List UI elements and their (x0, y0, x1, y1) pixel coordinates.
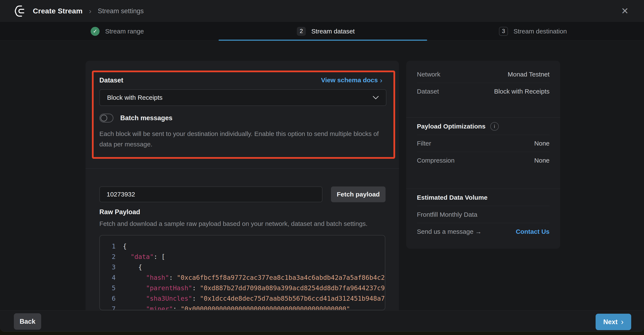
tab-stream-dataset[interactable]: 2 Stream dataset (297, 22, 355, 40)
row-label: Frontfill Monthly Data (417, 211, 477, 218)
schema-link-text: View schema docs (321, 76, 378, 84)
batch-messages-label: Batch messages (120, 114, 172, 122)
page-title: Create Stream (33, 7, 82, 15)
dataset-label: Dataset (99, 76, 123, 84)
tab-label: Stream dataset (311, 28, 355, 35)
check-icon: ✓ (91, 27, 100, 36)
app-logo-icon (14, 4, 27, 18)
row-value: None (534, 140, 550, 147)
summary-row-dataset: Dataset Block with Receipts (417, 83, 550, 100)
breadcrumb-chevron-icon: › (89, 7, 91, 15)
code-line: 6 "sha3Uncles": "0x1dcc4de8dec75d7aab85b… (100, 293, 385, 304)
close-icon[interactable]: ✕ (621, 6, 629, 15)
row-label: Send us a message → (417, 228, 482, 235)
view-schema-docs-link[interactable]: View schema docs › (321, 76, 382, 84)
batch-messages-toggle[interactable] (99, 114, 114, 123)
next-button-label: Next (603, 318, 618, 326)
breadcrumb: Stream settings (98, 7, 144, 15)
tab-label: Stream destination (514, 28, 567, 35)
batch-messages-row: Batch messages (99, 114, 172, 123)
code-block[interactable]: 1{2 "data": [3 {4 "hash": "0xca6fbcf5f8a… (99, 235, 385, 310)
raw-payload-description: Fetch and download a sample raw payload … (99, 220, 368, 227)
chevron-down-icon (373, 96, 379, 99)
next-button[interactable]: Next › (596, 314, 631, 330)
raw-payload-title: Raw Payload (99, 208, 140, 216)
dataset-dropdown-value: Block with Receipts (107, 94, 162, 101)
dataset-dropdown[interactable]: Block with Receipts (99, 89, 386, 106)
step-tabs: ✓ Stream range 2 Stream dataset 3 Stream… (0, 22, 644, 41)
batch-messages-description: Each block will be sent to your destinat… (99, 128, 383, 149)
create-stream-modal: Create Stream › Stream settings ✕ ✓ Stre… (0, 0, 644, 332)
dataset-card: Dataset View schema docs › Block with Re… (86, 61, 399, 310)
summary-header-estimated-data-volume: Estimated Data Volume (417, 189, 550, 206)
block-number-input[interactable] (99, 186, 322, 202)
row-value: Block with Receipts (494, 88, 550, 95)
modal-header: Create Stream › Stream settings ✕ (0, 0, 644, 22)
row-label: Network (417, 71, 440, 78)
section-header: Payload Optimizations (417, 123, 486, 130)
toggle-knob (100, 115, 107, 121)
summary-row-frontfill: Frontfill Monthly Data (417, 206, 550, 223)
summary-row-contact: Send us a message → Contact Us (417, 223, 550, 240)
step-number-badge: 3 (499, 27, 508, 36)
stream-summary-card: Network Monad Testnet Dataset Block with… (406, 61, 560, 249)
row-value: None (534, 157, 550, 164)
code-line: 4 "hash": "0xca6fbcf5f8a9772cac377ea8c1b… (100, 272, 385, 283)
row-label: Filter (417, 140, 431, 147)
tab-label: Stream range (105, 28, 144, 35)
summary-row-network: Network Monad Testnet (417, 66, 550, 83)
section-divider (86, 168, 399, 169)
summary-row-compression: Compression None (417, 152, 550, 169)
fetch-payload-button[interactable]: Fetch payload (331, 186, 386, 202)
chevron-right-icon: › (621, 319, 624, 325)
chevron-right-icon: › (380, 77, 382, 83)
section-header: Estimated Data Volume (417, 194, 488, 201)
contact-us-link[interactable]: Contact Us (516, 228, 550, 235)
step-number-badge: 2 (297, 27, 306, 36)
tab-stream-destination[interactable]: 3 Stream destination (499, 22, 567, 40)
back-button[interactable]: Back (14, 313, 41, 330)
active-tab-underline (218, 40, 427, 41)
row-label: Compression (417, 157, 455, 164)
summary-header-payload-optimizations: Payload Optimizations i (417, 118, 550, 135)
summary-row-filter: Filter None (417, 135, 550, 152)
code-line: 5 "parentHash": "0xd887b27dd7098a089a399… (100, 283, 385, 293)
code-line: 3 { (100, 262, 385, 272)
tab-stream-range[interactable]: ✓ Stream range (91, 22, 144, 40)
modal-footer: Back Next › (0, 310, 644, 332)
code-line: 1{ (100, 241, 385, 252)
code-line: 2 "data": [ (100, 252, 385, 262)
row-label: Dataset (417, 88, 439, 95)
row-value: Monad Testnet (508, 71, 550, 78)
info-icon[interactable]: i (490, 122, 499, 131)
code-line: 7 "miner": "0x00000000000000000000000000… (100, 304, 385, 310)
